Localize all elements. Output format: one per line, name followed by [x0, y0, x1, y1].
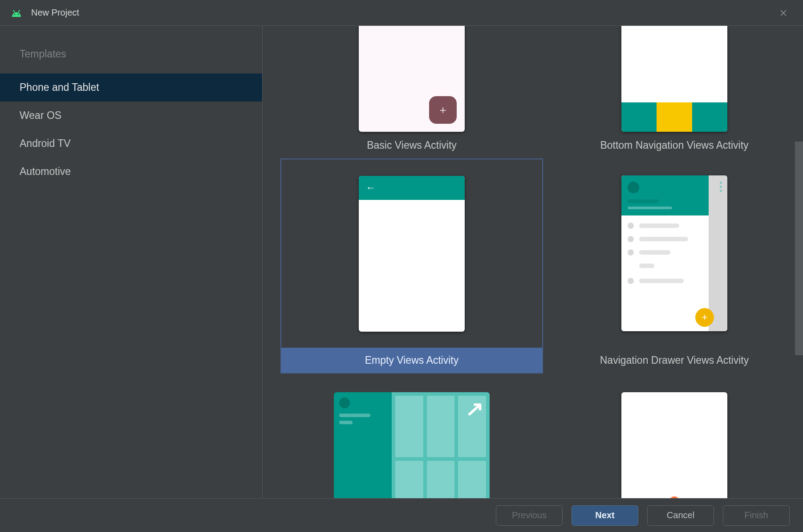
scrollbar-thumb[interactable] [795, 142, 803, 355]
bottom-nav-bar-icon [621, 102, 727, 132]
fab-plus-icon [429, 96, 457, 124]
scrollbar[interactable] [795, 142, 803, 355]
titlebar: New Project [0, 0, 803, 26]
template-thumbnail: ← [359, 176, 465, 332]
svg-line-3 [19, 10, 20, 12]
new-project-window: New Project Templates Phone and Tablet W… [0, 0, 803, 532]
template-thumbnail [621, 26, 727, 132]
template-label: Bottom Navigation Views Activity [543, 133, 803, 158]
template-thumbnail [359, 26, 465, 132]
window-title: New Project [31, 8, 79, 18]
sidebar-item-automotive[interactable]: Automotive [0, 158, 262, 186]
cancel-button[interactable]: Cancel [647, 505, 714, 526]
svg-point-1 [18, 14, 19, 15]
template-label: Empty Views Activity [280, 348, 543, 374]
next-button[interactable]: Next [572, 505, 638, 526]
android-logo-icon [11, 8, 22, 17]
sidebar-item-wear-os[interactable]: Wear OS [0, 102, 262, 130]
back-arrow-icon: ← [366, 182, 376, 194]
template-label: Basic Views Activity [280, 133, 543, 158]
dialog-footer: Previous Next Cancel Finish [0, 498, 803, 532]
template-responsive-views[interactable]: ↗ Responsive Views Activity [280, 374, 543, 445]
template-thumbnail [621, 392, 727, 498]
template-basic-views[interactable]: Basic Views Activity [280, 26, 543, 158]
template-thumbnail [621, 175, 727, 331]
kebab-icon [720, 182, 722, 192]
appbar-icon: ← [359, 176, 465, 200]
close-icon [780, 10, 787, 16]
sidebar-item-android-tv[interactable]: Android TV [0, 130, 262, 158]
previous-button[interactable]: Previous [496, 505, 563, 526]
sidebar-item-label: Wear OS [20, 110, 61, 121]
svg-line-2 [13, 10, 14, 12]
template-game-activity[interactable]: Game Activity [543, 374, 803, 445]
templates-grid-scroll[interactable]: Basic Views Activity Bottom Navigation V… [263, 26, 803, 498]
template-bottom-navigation[interactable]: Bottom Navigation Views Activity [543, 26, 803, 158]
sidebar-item-label: Phone and Tablet [20, 81, 99, 93]
templates-sidebar: Templates Phone and Tablet Wear OS Andro… [0, 26, 263, 498]
expand-arrow-icon: ↗ [465, 397, 484, 421]
close-button[interactable] [775, 4, 792, 22]
template-navigation-drawer[interactable]: Navigation Drawer Views Activity [543, 158, 803, 374]
fab-plus-icon [695, 308, 714, 327]
templates-content: Basic Views Activity Bottom Navigation V… [263, 26, 803, 498]
gamepad-icon [669, 496, 679, 498]
button-label: Cancel [667, 510, 694, 520]
button-label: Next [595, 510, 614, 520]
sidebar-item-label: Android TV [20, 138, 71, 149]
button-label: Finish [744, 510, 768, 520]
button-label: Previous [512, 510, 547, 520]
template-empty-views[interactable]: ← Empty Views Activity [280, 158, 543, 374]
sidebar-item-phone-tablet[interactable]: Phone and Tablet [0, 73, 262, 102]
avatar-icon [628, 182, 639, 193]
sidebar-item-label: Automotive [20, 166, 71, 177]
template-label: Navigation Drawer Views Activity [543, 348, 803, 374]
svg-point-0 [14, 14, 15, 15]
finish-button[interactable]: Finish [723, 505, 790, 526]
sidebar-heading: Templates [0, 44, 262, 73]
template-thumbnail: ↗ [334, 392, 490, 498]
dialog-body: Templates Phone and Tablet Wear OS Andro… [0, 26, 803, 498]
